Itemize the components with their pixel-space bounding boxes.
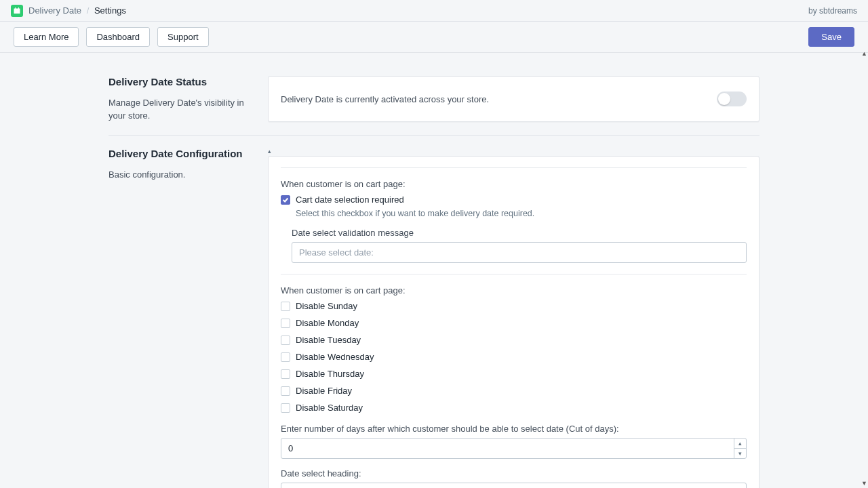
svg-rect-2 xyxy=(18,7,19,9)
scroll-arrow-down-icon: ▼ xyxy=(861,480,867,487)
disable-monday-label: Disable Monday xyxy=(296,318,359,328)
status-card: Delivery Date is currently activated acr… xyxy=(268,76,760,122)
disable-saturday-checkbox[interactable] xyxy=(281,403,290,413)
cart-required-row: Cart date selection required xyxy=(281,195,747,205)
cutoff-spinner-up[interactable]: ▴ xyxy=(734,439,746,449)
page-content: Delivery Date Status Manage Delivery Dat… xyxy=(108,53,760,488)
inner-divider-2 xyxy=(281,274,747,274)
disable-thursday-checkbox[interactable] xyxy=(281,369,290,379)
app-icon xyxy=(11,5,23,17)
cutoff-spinner-down[interactable]: ▾ xyxy=(734,449,746,458)
svg-rect-0 xyxy=(14,8,20,14)
toggle-knob xyxy=(718,93,730,105)
cutoff-label: Enter number of days after which custome… xyxy=(281,424,747,434)
disable-friday-row: Disable Friday xyxy=(281,386,747,396)
breadcrumb-app[interactable]: Delivery Date xyxy=(28,5,81,16)
save-button[interactable]: Save xyxy=(808,27,854,47)
config-card: When customer is on cart page: Cart date… xyxy=(268,156,760,488)
main-scroll[interactable]: Delivery Date Status Manage Delivery Dat… xyxy=(0,53,868,488)
disable-monday-checkbox[interactable] xyxy=(281,319,290,328)
disable-thursday-label: Disable Thursday xyxy=(296,369,364,379)
days-group-label: When customer is on cart page: xyxy=(281,285,747,296)
cart-required-checkbox[interactable] xyxy=(281,195,290,205)
disable-tuesday-checkbox[interactable] xyxy=(281,336,290,345)
breadcrumb-current: Settings xyxy=(94,5,126,16)
svg-rect-1 xyxy=(15,7,16,9)
breadcrumb-separator: / xyxy=(87,5,90,16)
status-text: Delivery Date is currently activated acr… xyxy=(281,94,717,104)
day-list: Disable Sunday Disable Monday Disable Tu… xyxy=(281,301,747,413)
support-button[interactable]: Support xyxy=(157,27,209,47)
disable-tuesday-label: Disable Tuesday xyxy=(296,335,361,345)
heading-input[interactable] xyxy=(281,483,747,488)
cart-required-help: Select this checkbox if you want to make… xyxy=(296,209,747,218)
validation-label: Date select validation message xyxy=(292,228,747,238)
cart-group-label: When customer is on cart page: xyxy=(281,179,747,189)
disable-tuesday-row: Disable Tuesday xyxy=(281,335,747,345)
scroll-arrow-up-icon: ▲ xyxy=(861,50,867,57)
validation-input[interactable] xyxy=(292,242,747,263)
disable-sunday-checkbox[interactable] xyxy=(281,302,290,311)
config-title: Delivery Date Configuration xyxy=(108,148,254,159)
toolbar: Learn More Dashboard Support Save xyxy=(0,22,868,53)
card-caret: ▴ xyxy=(268,148,760,155)
status-title: Delivery Date Status xyxy=(108,76,254,87)
learn-more-button[interactable]: Learn More xyxy=(14,27,79,47)
disable-thursday-row: Disable Thursday xyxy=(281,369,747,379)
cutoff-spinner: ▴ ▾ xyxy=(734,439,746,458)
breadcrumb: Delivery Date / Settings xyxy=(28,5,126,16)
heading-label: Date select heading: xyxy=(281,468,747,479)
disable-monday-row: Disable Monday xyxy=(281,318,747,328)
disable-friday-checkbox[interactable] xyxy=(281,386,290,396)
status-section: Delivery Date Status Manage Delivery Dat… xyxy=(108,64,760,135)
status-toggle[interactable] xyxy=(717,92,747,106)
disable-wednesday-checkbox[interactable] xyxy=(281,352,290,362)
disable-saturday-row: Disable Saturday xyxy=(281,403,747,413)
status-desc: Manage Delivery Date's visibility in you… xyxy=(108,97,254,123)
config-section: Delivery Date Configuration Basic config… xyxy=(108,136,760,488)
config-desc: Basic configuration. xyxy=(108,169,254,182)
cutoff-input[interactable] xyxy=(281,438,747,459)
topbar: Delivery Date / Settings by sbtdreams xyxy=(0,0,868,22)
inner-divider-1 xyxy=(281,167,747,168)
disable-saturday-label: Disable Saturday xyxy=(296,403,363,413)
disable-sunday-row: Disable Sunday xyxy=(281,301,747,311)
cart-required-label: Cart date selection required xyxy=(296,195,404,205)
disable-wednesday-row: Disable Wednesday xyxy=(281,352,747,362)
byline: by sbtdreams xyxy=(808,6,857,16)
disable-wednesday-label: Disable Wednesday xyxy=(296,352,374,362)
dashboard-button[interactable]: Dashboard xyxy=(86,27,150,47)
disable-friday-label: Disable Friday xyxy=(296,386,352,396)
disable-sunday-label: Disable Sunday xyxy=(296,301,357,311)
